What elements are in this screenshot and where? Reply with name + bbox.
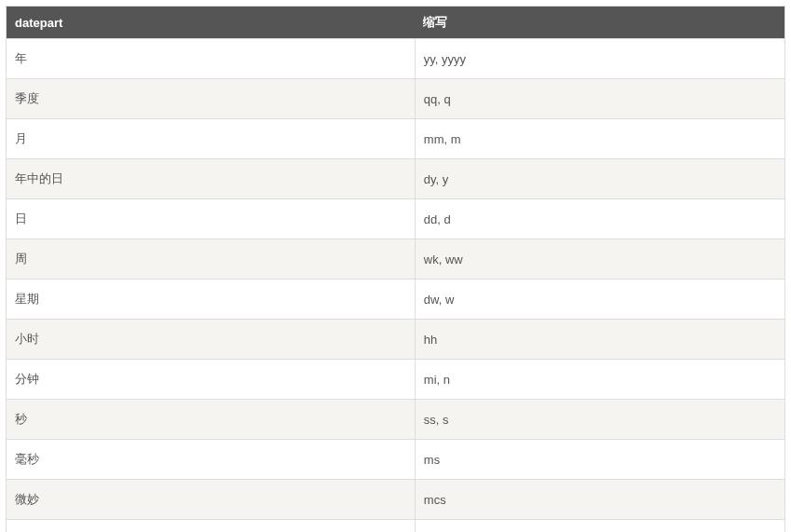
cell-datepart: 日 <box>7 199 416 239</box>
table-row: 毫秒 ms <box>7 440 785 480</box>
cell-datepart: 月 <box>7 119 416 159</box>
cell-abbreviation: yy, yyyy <box>415 39 784 79</box>
cell-abbreviation: mcs <box>415 480 784 520</box>
table-row: 小时 hh <box>7 320 785 360</box>
table-row: 季度 qq, q <box>7 79 785 119</box>
cell-abbreviation: wk, ww <box>415 239 784 280</box>
cell-datepart: 小时 <box>7 320 416 360</box>
cell-abbreviation: dw, w <box>415 280 784 320</box>
table-header: datepart 缩写 <box>7 7 785 39</box>
table-row: 月 mm, m <box>7 119 785 159</box>
cell-datepart: 纳秒 <box>7 520 416 533</box>
cell-datepart: 年 <box>7 39 416 79</box>
header-datepart: datepart <box>7 7 416 39</box>
cell-datepart: 季度 <box>7 79 416 119</box>
table-row: 星期 dw, w <box>7 280 785 320</box>
cell-abbreviation: ss, s <box>415 400 784 440</box>
table-row: 年中的日 dy, y <box>7 159 785 199</box>
cell-abbreviation: ns <box>415 520 784 533</box>
datepart-table: datepart 缩写 年 yy, yyyy 季度 qq, q 月 mm, m … <box>6 6 785 532</box>
table-row: 秒 ss, s <box>7 400 785 440</box>
table-row: 分钟 mi, n <box>7 360 785 400</box>
cell-datepart: 周 <box>7 239 416 280</box>
cell-abbreviation: dd, d <box>415 199 784 239</box>
table-row: 纳秒 ns <box>7 520 785 533</box>
cell-abbreviation: qq, q <box>415 79 784 119</box>
table-row: 周 wk, ww <box>7 239 785 280</box>
cell-abbreviation: mi, n <box>415 360 784 400</box>
header-row: datepart 缩写 <box>7 7 785 39</box>
cell-datepart: 毫秒 <box>7 440 416 480</box>
table-row: 日 dd, d <box>7 199 785 239</box>
cell-datepart: 秒 <box>7 400 416 440</box>
header-abbreviation: 缩写 <box>415 7 784 39</box>
cell-datepart: 分钟 <box>7 360 416 400</box>
table-body: 年 yy, yyyy 季度 qq, q 月 mm, m 年中的日 dy, y 日… <box>7 39 785 533</box>
table-row: 年 yy, yyyy <box>7 39 785 79</box>
table-row: 微妙 mcs <box>7 480 785 520</box>
cell-abbreviation: dy, y <box>415 159 784 199</box>
cell-datepart: 年中的日 <box>7 159 416 199</box>
cell-abbreviation: ms <box>415 440 784 480</box>
cell-datepart: 微妙 <box>7 480 416 520</box>
cell-abbreviation: hh <box>415 320 784 360</box>
cell-abbreviation: mm, m <box>415 119 784 159</box>
cell-datepart: 星期 <box>7 280 416 320</box>
